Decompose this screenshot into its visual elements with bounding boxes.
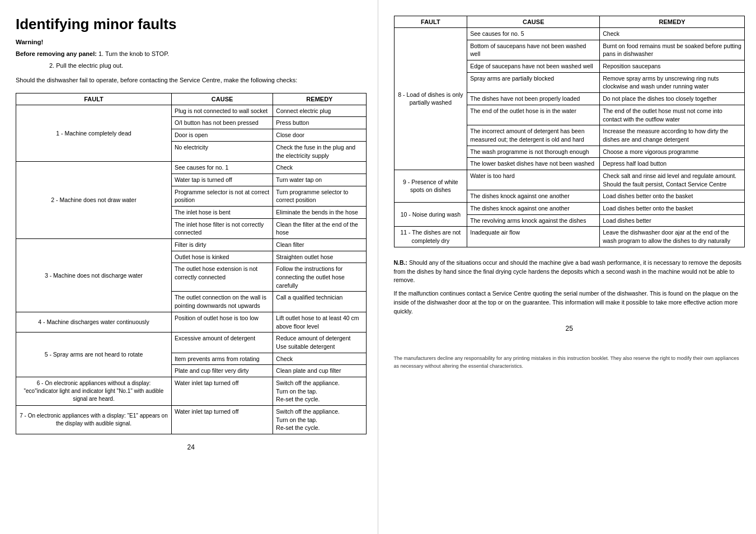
remedy-cell: Reposition saucepans — [600, 60, 745, 73]
remedy-cell: Clean plate and cup filter — [273, 365, 366, 377]
remedy-cell: Switch off the appliance.Turn on the tap… — [273, 406, 366, 434]
before-label: Before removing any panel: — [16, 50, 97, 57]
nb-section: N.B.: Should any of the situations occur… — [394, 259, 745, 316]
col-cause: CAUSE — [171, 93, 273, 105]
cause-cell: The end of the outlet hose is in the wat… — [467, 105, 600, 125]
table-row: 8 - Load of dishes is only partially was… — [394, 28, 745, 40]
remedy-cell: The end of the outlet hose must not come… — [600, 105, 745, 125]
disclaimer: The manufacturers decline any responsabi… — [394, 355, 745, 370]
intro-text: Should the dishwasher fail to operate, b… — [16, 76, 367, 85]
remedy-cell: Burnt on food remains must be soaked bef… — [600, 40, 745, 60]
table-row: 5 - Spray arms are not heard to rotate E… — [16, 332, 367, 353]
remedy-cell: Increase the measure according to how di… — [600, 125, 745, 146]
remedy-cell: Reduce amount of detergentUse suitable d… — [273, 332, 366, 353]
cause-cell: The lower basket dishes have not been wa… — [467, 158, 600, 170]
fault-cell: 11 - The dishes are not completely dry — [394, 227, 467, 247]
page-number-right: 25 — [394, 325, 745, 332]
remedy-cell: Press button — [273, 117, 366, 129]
cause-cell: The wash programme is not thorough enoug… — [467, 146, 600, 158]
fault-cell: 9 - Presence of white spots on dishes — [394, 170, 467, 202]
table-row: 6 - On electronic appliances without a d… — [16, 377, 367, 405]
cause-cell: Outlet hose is kinked — [171, 251, 273, 263]
fault-cell: 1 - Machine completely dead — [16, 105, 172, 161]
cause-cell: The inlet hose filter is not correctly c… — [171, 218, 273, 238]
table-row: 7 - On electronic appliances with a disp… — [16, 406, 367, 434]
page-title: Identifying minor faults — [16, 16, 367, 33]
remedy-cell: Call a qualified technician — [273, 292, 366, 312]
cause-cell: Plate and cup filter very dirty — [171, 365, 273, 377]
table-row: 10 - Noise during wash The dishes knock … — [394, 203, 745, 215]
fault-cell: 2 - Machine does not draw water — [16, 162, 172, 239]
cause-cell: Plug is not connected to wall socket — [171, 105, 273, 117]
fault-cell: 4 - Machine discharges water continuousl… — [16, 312, 172, 332]
col-fault: FAULT — [16, 93, 172, 105]
fault-cell: 8 - Load of dishes is only partially was… — [394, 28, 467, 170]
step-1: 1. Turn the knob to STOP. — [98, 50, 169, 57]
remedy-cell: Check the fuse in the plug and the elect… — [273, 141, 366, 161]
fault-cell: 10 - Noise during wash — [394, 203, 467, 227]
cause-cell: See causes for no. 1 — [171, 162, 273, 174]
nb-body: Should any of the situations occur and s… — [394, 259, 742, 284]
remedy-cell: Check — [600, 28, 745, 40]
remedy-cell: Connect electric plug — [273, 105, 366, 117]
remedy-cell: Depress half load button — [600, 158, 745, 170]
remedy-cell: Do not place the dishes too closely toge… — [600, 93, 745, 105]
remedy-cell: Remove spray arms by unscrewing ring nut… — [600, 72, 745, 92]
cause-cell: Item prevents arms from rotating — [171, 353, 273, 365]
remedy-cell: Check — [273, 353, 366, 365]
cause-cell: Excessive amount of detergent — [171, 332, 273, 353]
col-fault-r: FAULT — [394, 16, 467, 28]
table-row: 2 - Machine does not draw water See caus… — [16, 162, 367, 174]
fault-cell: 6 - On electronic appliances without a d… — [16, 377, 172, 405]
cause-cell: Door is open — [171, 129, 273, 142]
cause-cell: The dishes have not been properly loaded — [467, 93, 600, 105]
nb-label: N.B.: — [394, 259, 408, 266]
left-page: Identifying minor faults Warning! Before… — [0, 0, 378, 534]
cause-cell: The inlet hose is bent — [171, 206, 273, 218]
remedy-cell: Straighten outlet hose — [273, 251, 366, 263]
intro-section: Warning! Before removing any panel: 1. T… — [16, 38, 367, 85]
cause-cell: See causes for no. 5 — [467, 28, 600, 40]
table-row: 9 - Presence of white spots on dishes Wa… — [394, 170, 745, 190]
cause-cell: The dishes knock against one another — [467, 190, 600, 203]
remedy-cell: Close door — [273, 129, 366, 142]
remedy-cell: Check — [273, 162, 366, 174]
cause-cell: The dishes knock against one another — [467, 203, 600, 215]
table-row: 4 - Machine discharges water continuousl… — [16, 312, 367, 332]
remedy-cell: Switch off the appliance.Turn on the tap… — [273, 377, 366, 405]
cause-cell: Position of outlet hose is too low — [171, 312, 273, 332]
remedy-cell: Turn programme selector to correct posit… — [273, 186, 366, 206]
cause-cell: Water tap is turned off — [171, 174, 273, 186]
remedy-cell: Load dishes better onto the basket — [600, 190, 745, 203]
remedy-cell: Follow the instructions for connecting t… — [273, 263, 366, 292]
remedy-cell: Choose a more vigorous programme — [600, 146, 745, 158]
fault-table-right: FAULT CAUSE REMEDY 8 - Load of dishes is… — [394, 16, 745, 247]
cause-cell: Filter is dirty — [171, 239, 273, 251]
col-cause-r: CAUSE — [467, 16, 600, 28]
nb-text: N.B.: Should any of the situations occur… — [394, 259, 745, 285]
fault-table-left: FAULT CAUSE REMEDY 1 - Machine completel… — [16, 93, 367, 434]
remedy-cell: Load dishes better — [600, 214, 745, 227]
cause-cell: The revolving arms knock against the dis… — [467, 214, 600, 227]
cause-cell: Bottom of saucepans have not been washed… — [467, 40, 600, 60]
fault-cell: 5 - Spray arms are not heard to rotate — [16, 332, 172, 377]
remedy-cell: Lift outlet hose to at least 40 cm above… — [273, 312, 366, 332]
cause-cell: The outlet connection on the wall is poi… — [171, 292, 273, 312]
cause-cell: Edge of saucepans have not been washed w… — [467, 60, 600, 73]
cause-cell: The outlet hose extension is not correct… — [171, 263, 273, 292]
warning-label: Warning! — [16, 39, 43, 45]
cause-cell: Inadequate air flow — [467, 227, 600, 247]
table-row: 3 - Machine does not discharge water Fil… — [16, 239, 367, 251]
col-remedy-r: REMEDY — [600, 16, 745, 28]
cause-cell: Water inlet tap turned off — [171, 406, 273, 434]
remedy-cell: Leave the dishwasher door ajar at the en… — [600, 227, 745, 247]
table-row: 11 - The dishes are not completely dry I… — [394, 227, 745, 247]
cause-cell: No electricity — [171, 141, 273, 161]
table-row: 1 - Machine completely dead Plug is not … — [16, 105, 367, 117]
cause-cell: Water inlet tap turned off — [171, 377, 273, 405]
remedy-cell: Clean the filter at the end of the hose — [273, 218, 366, 238]
remedy-cell: Turn water tap on — [273, 174, 366, 186]
fault-cell: 3 - Machine does not discharge water — [16, 239, 172, 312]
cause-cell: Spray arms are partially blocked — [467, 72, 600, 92]
page: Identifying minor faults Warning! Before… — [0, 0, 756, 534]
